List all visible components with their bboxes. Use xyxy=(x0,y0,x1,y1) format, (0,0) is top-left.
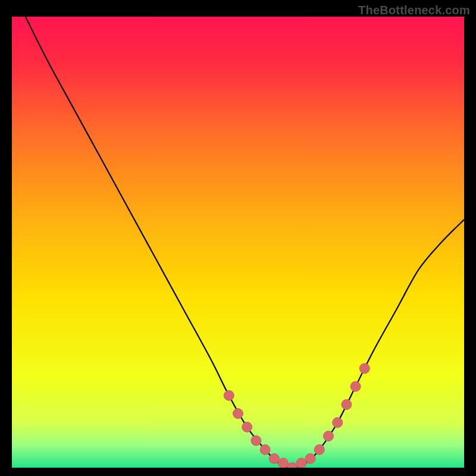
marker-point xyxy=(260,444,270,455)
marker-point xyxy=(324,431,334,441)
marker-point xyxy=(359,364,369,374)
marker-point xyxy=(251,436,261,446)
marker-point xyxy=(296,458,306,468)
plot-area xyxy=(12,17,464,468)
marker-point xyxy=(350,381,361,392)
chart-stage: TheBottleneck.com xyxy=(0,0,476,476)
marker-point xyxy=(242,422,252,432)
marker-point xyxy=(342,399,352,409)
marker-point xyxy=(233,409,243,419)
chart-svg xyxy=(12,17,464,468)
marker-point xyxy=(333,418,343,428)
gradient-background xyxy=(12,17,464,468)
watermark-text: TheBottleneck.com xyxy=(358,4,470,17)
marker-point xyxy=(305,453,315,464)
marker-point xyxy=(278,458,289,468)
marker-point xyxy=(224,390,234,400)
marker-point xyxy=(314,444,324,455)
marker-point xyxy=(269,453,279,464)
